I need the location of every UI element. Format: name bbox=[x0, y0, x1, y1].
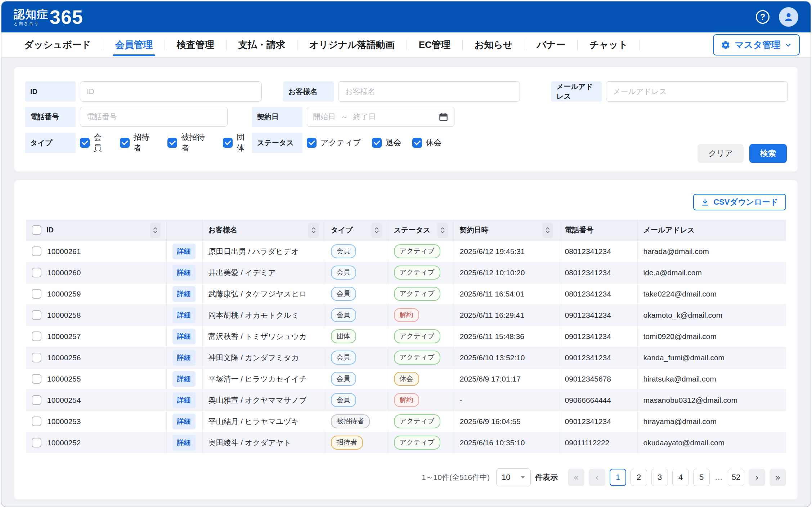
table-row: 10000260 詳細 井出美愛 / イデミア 会員 アクティブ 2025/6/… bbox=[26, 262, 786, 283]
sort-icon-type[interactable] bbox=[371, 223, 382, 238]
type-filter-label: タイプ bbox=[25, 133, 76, 153]
tab-chat[interactable]: チャット bbox=[578, 32, 640, 57]
tab-payment-billing[interactable]: 支払・請求 bbox=[226, 32, 297, 57]
filter-status-suspended[interactable]: 休会 bbox=[412, 137, 442, 148]
sort-icon-name[interactable] bbox=[308, 223, 319, 238]
detail-button[interactable]: 詳細 bbox=[172, 392, 196, 408]
row-id: 10000254 bbox=[47, 396, 81, 405]
detail-button[interactable]: 詳細 bbox=[172, 307, 196, 323]
calendar-icon[interactable] bbox=[439, 112, 448, 122]
filter-type-invitee[interactable]: 被招待者 bbox=[167, 132, 212, 153]
contract-date-range-input[interactable]: 開始日 ～ 終了日 bbox=[307, 107, 454, 127]
nav-divider bbox=[640, 40, 640, 50]
sort-icon-contract[interactable] bbox=[542, 223, 553, 238]
detail-button[interactable]: 詳細 bbox=[172, 286, 196, 302]
type-badge: 会員 bbox=[331, 351, 356, 365]
master-management-button[interactable]: マスタ管理 bbox=[713, 34, 800, 55]
table-row: 10000256 詳細 神田文隆 / カンダフミタカ 会員 アクティブ 2025… bbox=[26, 347, 786, 368]
detail-button[interactable]: 詳細 bbox=[172, 435, 196, 451]
row-checkbox[interactable] bbox=[32, 353, 41, 362]
page-size-select[interactable]: 10 bbox=[496, 468, 531, 486]
checkbox-label: 被招待者 bbox=[181, 132, 212, 153]
row-checkbox[interactable] bbox=[32, 331, 41, 341]
row-customer-name: 富沢秋香 / トミザワシュウカ bbox=[202, 326, 325, 347]
type-badge: 招待者 bbox=[331, 436, 363, 450]
page-button-1[interactable]: 1 bbox=[610, 469, 626, 486]
status-badge: アクティブ bbox=[394, 414, 440, 428]
row-customer-name: 奥山雅宣 / オクヤママサノブ bbox=[202, 389, 325, 411]
status-badge: アクティブ bbox=[394, 266, 440, 280]
row-checkbox[interactable] bbox=[32, 268, 41, 277]
row-customer-name: 武藤康弘 / タケフジヤスヒロ bbox=[202, 283, 325, 304]
tab-inspection-management[interactable]: 検査管理 bbox=[165, 32, 226, 57]
pagination-prev-button[interactable]: ‹ bbox=[589, 469, 605, 486]
table-row: 10000252 詳細 奥田綾斗 / オクダアヤト 招待者 アクティブ 2025… bbox=[26, 432, 786, 453]
row-contract-datetime: 2025/6/12 19:45:31 bbox=[454, 241, 559, 262]
filter-type-organization[interactable]: 団体 bbox=[223, 132, 252, 153]
csv-download-button[interactable]: CSVダウンロード bbox=[693, 194, 786, 210]
row-checkbox[interactable] bbox=[32, 246, 41, 256]
pagination-last-button[interactable]: » bbox=[770, 469, 786, 486]
row-checkbox[interactable] bbox=[32, 395, 41, 405]
avatar[interactable] bbox=[779, 7, 798, 27]
detail-button[interactable]: 詳細 bbox=[172, 244, 196, 259]
sort-icon-status[interactable] bbox=[437, 223, 448, 238]
row-checkbox[interactable] bbox=[32, 374, 41, 384]
customer-name-input[interactable] bbox=[338, 81, 520, 102]
detail-button[interactable]: 詳細 bbox=[172, 414, 196, 429]
filter-type-inviter[interactable]: 招待者 bbox=[120, 132, 157, 153]
chevron-down-icon bbox=[785, 41, 792, 49]
page-button-5[interactable]: 5 bbox=[693, 469, 710, 486]
row-customer-name: 井出美愛 / イデミア bbox=[202, 262, 325, 283]
tab-original-rakugo-video[interactable]: オリジナル落語動画 bbox=[297, 32, 407, 57]
search-button[interactable]: 検索 bbox=[749, 144, 787, 163]
email-filter-label: メールアドレス bbox=[551, 81, 602, 102]
select-all-checkbox[interactable] bbox=[32, 225, 41, 235]
row-checkbox[interactable] bbox=[32, 416, 41, 426]
filter-contract-date-group: 契約日 開始日 ～ 終了日 bbox=[252, 107, 454, 127]
row-email: kanda_fumi@dmail.com bbox=[637, 347, 786, 368]
tab-banner[interactable]: バナー bbox=[525, 32, 577, 57]
filter-type-member[interactable]: 会員 bbox=[80, 132, 109, 153]
tab-member-management[interactable]: 会員管理 bbox=[103, 32, 165, 57]
page-button-52[interactable]: 52 bbox=[728, 469, 744, 486]
id-input[interactable] bbox=[80, 81, 262, 102]
detail-button[interactable]: 詳細 bbox=[172, 329, 196, 344]
status-checkbox-group: アクティブ 退会 休会 bbox=[307, 137, 442, 148]
email-input[interactable] bbox=[606, 81, 788, 102]
row-checkbox[interactable] bbox=[32, 438, 41, 447]
detail-button[interactable]: 詳細 bbox=[172, 350, 196, 366]
pagination-next-button[interactable]: › bbox=[749, 469, 765, 486]
status-badge: アクティブ bbox=[394, 244, 440, 258]
clear-button[interactable]: クリア bbox=[697, 144, 744, 163]
type-badge: 会員 bbox=[331, 244, 356, 258]
logo-text: 認知症 と向き合う bbox=[14, 9, 48, 26]
tab-dashboard[interactable]: ダッシュボード bbox=[12, 32, 103, 57]
checkbox-checked-icon bbox=[167, 138, 177, 148]
row-phone: 09066664444 bbox=[559, 389, 637, 411]
filter-status-active[interactable]: アクティブ bbox=[307, 137, 361, 148]
phone-input[interactable] bbox=[80, 107, 228, 127]
tab-notifications[interactable]: お知らせ bbox=[463, 32, 525, 57]
page-size-value: 10 bbox=[502, 473, 510, 482]
col-header-name: お客様名 bbox=[208, 225, 237, 235]
filter-status-withdrawn[interactable]: 退会 bbox=[372, 137, 401, 148]
sort-icon-id[interactable] bbox=[150, 223, 161, 238]
row-checkbox[interactable] bbox=[32, 289, 41, 299]
help-icon[interactable]: ? bbox=[756, 10, 770, 24]
table-row: 10000255 詳細 平塚清一 / ヒラツカセイイチ 会員 休会 2025/6… bbox=[26, 368, 786, 389]
row-customer-name: 岡本胡桃 / オカモトクルミ bbox=[202, 304, 325, 326]
tab-ec-management[interactable]: EC管理 bbox=[407, 32, 462, 57]
page-button-3[interactable]: 3 bbox=[651, 469, 668, 486]
header-actions: ? bbox=[756, 7, 798, 27]
row-phone: 09011112222 bbox=[559, 432, 637, 453]
type-badge: 被招待者 bbox=[331, 414, 370, 428]
filter-email-group: メールアドレス bbox=[551, 81, 788, 102]
contract-date-filter-label: 契約日 bbox=[252, 107, 302, 127]
pagination-first-button[interactable]: « bbox=[568, 469, 584, 486]
page-button-2[interactable]: 2 bbox=[631, 469, 647, 486]
page-button-4[interactable]: 4 bbox=[672, 469, 689, 486]
detail-button[interactable]: 詳細 bbox=[172, 371, 196, 387]
row-checkbox[interactable] bbox=[32, 310, 41, 320]
detail-button[interactable]: 詳細 bbox=[172, 265, 196, 281]
